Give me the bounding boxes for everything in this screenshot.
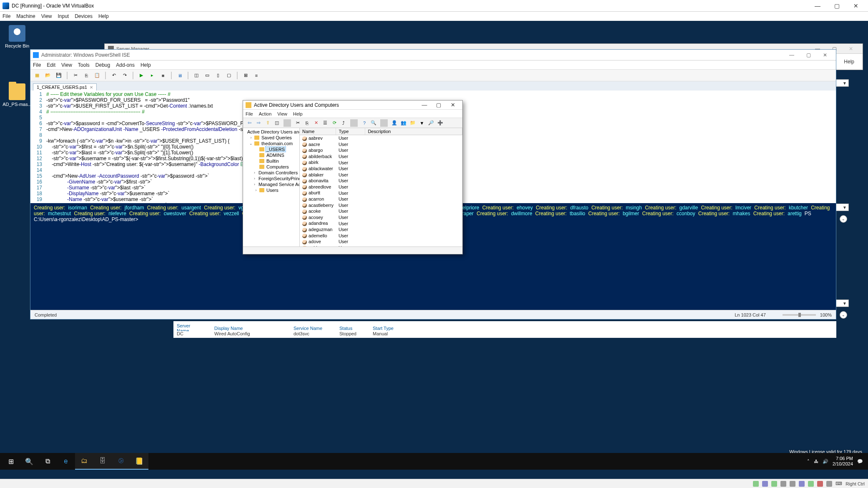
vbox-minimize[interactable]: — [808,0,827,12]
commands-icon[interactable]: ⊞ [241,71,250,80]
vbox-net-icon[interactable] [771,481,777,487]
aduc-user-row[interactable]: ablakerUser [300,172,462,178]
properties-icon[interactable]: ☰ [321,119,329,127]
ie-icon[interactable]: e [57,453,75,470]
aduc-close[interactable]: ✕ [446,101,460,109]
vbox-menu-devices[interactable]: Devices [75,13,93,19]
aduc-user-row[interactable]: adoveUser [300,239,462,245]
vbox-menu-view[interactable]: View [41,13,52,19]
desktop-recycle-bin[interactable]: Recycle Bin [3,25,32,48]
new-icon[interactable]: ▦ [33,71,41,80]
layout4-icon[interactable]: ▢ [225,71,233,80]
sm-col-status[interactable]: Status [339,326,360,331]
zoom-slider[interactable] [783,314,816,316]
tray-network-icon[interactable]: 🖧 [814,459,818,464]
save-icon[interactable]: 💾 [55,71,63,80]
start-button[interactable]: ⊞ [2,453,20,470]
new-user-icon[interactable]: 👤 [391,119,398,127]
tree-admins[interactable]: ADMINS [244,152,299,158]
cut-icon[interactable]: ✂ [71,71,80,80]
sm-services-row[interactable]: DC Wired AutoConfig dot3svc Stopped Manu… [173,331,836,338]
aduc-user-row[interactable]: acokeUser [300,208,462,214]
ise-maximize[interactable]: ▢ [800,50,817,60]
aduc-list[interactable]: Name Type Description aabrevUseraacreUse… [300,128,462,247]
open-icon[interactable]: 📂 [44,71,52,80]
ise-menu-addons[interactable]: Add-ons [116,62,135,68]
close-tab-icon[interactable]: ✕ [90,85,93,90]
explorer-icon[interactable]: 🗂 [75,453,93,470]
aduc-user-row[interactable]: abargoUser [300,147,462,153]
vbox-rec-icon[interactable] [817,481,823,487]
refresh-icon[interactable]: ⟳ [331,119,338,127]
vbox-menu-help[interactable]: Help [98,13,109,19]
undo-icon[interactable]: ↶ [110,71,118,80]
copy-icon[interactable]: ⎘ [303,119,311,127]
tree-root[interactable]: Active Directory Users and Com [244,129,299,135]
aduc-user-row[interactable]: aebingerUser [300,245,462,247]
aduc-col-type[interactable]: Type [336,128,365,135]
aduc-user-row[interactable]: abirkUser [300,159,462,166]
vbox-cpu-icon[interactable] [826,481,832,487]
sm-col-display[interactable]: Display Name [214,326,281,331]
aduc-user-row[interactable]: acoseyUser [300,214,462,221]
aduc-col-desc[interactable]: Description [365,128,462,135]
ise-minimize[interactable]: — [783,50,800,60]
aduc-user-row[interactable]: acarronUser [300,196,462,202]
export-icon[interactable]: ⤴ [340,119,347,127]
vbox-menu-file[interactable]: File [3,13,10,19]
run-icon[interactable]: ▶ [137,71,146,80]
aduc-menu-view[interactable]: View [277,111,287,116]
aduc-menu-help[interactable]: Help [293,111,303,116]
ise-tab-active[interactable]: 1_CREATE_USERS.ps1 ✕ [33,83,97,91]
aduc-menu-file[interactable]: File [246,111,253,116]
ise-close[interactable]: ✕ [817,50,833,60]
tray-sound-icon[interactable]: 🔊 [823,459,828,464]
task-view-icon[interactable]: ⧉ [38,453,57,470]
back-icon[interactable]: ⇦ [246,119,253,127]
aduc-taskbar-icon[interactable]: 📒 [130,453,148,470]
aduc-user-row[interactable]: adandreaUser [300,220,462,226]
aduc-user-row[interactable]: aacreUser [300,141,462,148]
help-icon[interactable]: ? [361,119,368,127]
cut-icon[interactable]: ✂ [294,119,301,127]
vbox-shared-icon[interactable] [790,481,795,487]
tree-builtin[interactable]: Builtin [244,158,299,164]
find2-icon[interactable]: 🔎 [427,119,435,127]
vbox-usb-icon[interactable] [780,481,786,487]
paste-icon[interactable]: 📋 [93,71,101,80]
filter-icon[interactable]: ▼ [418,119,426,127]
ise-menu-edit[interactable]: Edit [47,62,55,68]
layout2-icon[interactable]: ▭ [203,71,211,80]
ise-menu-file[interactable]: File [33,62,41,68]
find-icon[interactable]: 🔍 [370,119,377,127]
aduc-user-row[interactable]: aburttUser [300,190,462,196]
vbox-menu-machine[interactable]: Machine [16,13,35,19]
aduc-user-row[interactable]: abonavitaUser [300,178,462,184]
desktop-folder-adps[interactable]: AD_PS-mas... [3,83,32,107]
layout1-icon[interactable]: ◫ [192,71,201,80]
sm-help[interactable]: Help [844,59,854,65]
system-tray[interactable]: ˄ 🖧 🔊 7:06 PM 2/10/2024 💬 [807,456,866,467]
expand-toggle-2[interactable]: ⌄ [840,311,847,319]
aduc-menu-action[interactable]: Action [259,111,272,116]
tree-domain[interactable]: ⌄thedomain.com [244,141,299,146]
stop-icon[interactable]: ■ [159,71,167,80]
tree-msa[interactable]: ›Managed Service Accoun [244,181,299,187]
aduc-tree[interactable]: Active Directory Users and Com ›Saved Qu… [243,128,300,247]
run-selection-icon[interactable]: ▸ [148,71,156,80]
remote-icon[interactable]: 🖥 [176,71,184,80]
copy-icon[interactable]: ⎘ [82,71,90,80]
search-icon[interactable]: 🔍 [20,453,38,470]
aduc-col-name[interactable]: Name [300,128,336,135]
show-hide-icon[interactable]: ◫ [273,119,281,127]
vbox-od-icon[interactable] [762,481,768,487]
aduc-user-row[interactable]: abilderbackUser [300,153,462,160]
tray-chevron-icon[interactable]: ˄ [807,459,810,464]
vbox-close[interactable]: ✕ [846,0,865,12]
vbox-menu-input[interactable]: Input [58,13,69,19]
tree-fsp[interactable]: ›ForeignSecurityPrincipal: [244,176,299,181]
aduc-user-row[interactable]: ademelloUser [300,233,462,239]
taskbar-clock[interactable]: 7:06 PM 2/10/2024 [833,456,853,467]
aduc-minimize[interactable]: — [417,101,431,109]
redo-icon[interactable]: ↷ [120,71,129,80]
